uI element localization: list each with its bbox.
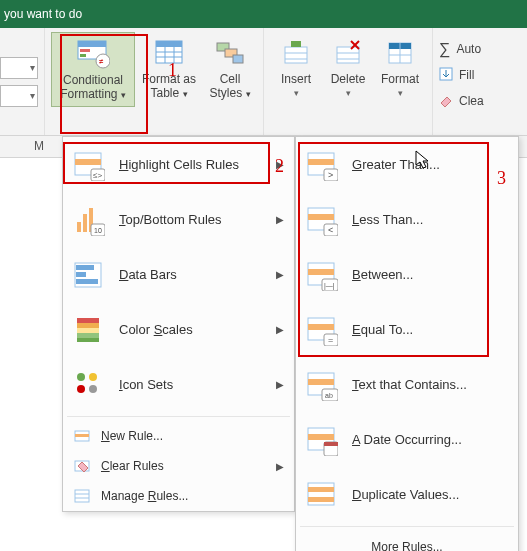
svg-marker-29 (441, 97, 451, 107)
svg-rect-56 (75, 490, 89, 502)
menu-new-rule[interactable]: New Rule... New Rule... (63, 421, 294, 451)
fill-button[interactable]: Fill (439, 62, 484, 88)
menu-data-bars[interactable]: Data Bars ▶ Data Bars (63, 247, 294, 302)
chevron-right-icon: ▶ (276, 379, 284, 390)
svg-rect-34 (77, 222, 81, 232)
menu-label: Clear Rules (101, 459, 276, 473)
menu-more-rules[interactable]: More Rules... More Rules... (296, 531, 518, 551)
sigma-icon: ∑ (439, 40, 450, 58)
clear-button[interactable]: Clea (439, 88, 484, 114)
svg-text:>: > (328, 170, 333, 180)
menu-greater-than[interactable]: > Greater Than... Greater Than... (296, 137, 518, 192)
chevron-right-icon: ▶ (276, 461, 284, 472)
insert-button[interactable]: Insert ▾ (270, 32, 322, 102)
format-label: Format (381, 72, 419, 86)
svg-rect-14 (233, 55, 243, 63)
conditional-formatting-menu: ≤> HHighlight Cells Rulesighlight Cells … (62, 136, 295, 512)
svg-text:≠: ≠ (99, 57, 104, 66)
autosum-label: Auto (456, 42, 481, 56)
insert-label: Insert (281, 72, 311, 86)
svg-rect-3 (80, 54, 86, 57)
menu-label: More Rules... (306, 540, 508, 551)
menu-color-scales[interactable]: Color Scales ▶ Color Scales (63, 302, 294, 357)
icon-sets-icon (73, 369, 105, 401)
svg-rect-47 (77, 338, 99, 342)
menu-label: Equal To... (352, 322, 508, 337)
new-rule-icon (73, 427, 91, 445)
menu-top-bottom-rules[interactable]: 10 Top/Bottom Rules ▶ Top/Bottom Rules (63, 192, 294, 247)
svg-rect-31 (75, 159, 101, 165)
conditional-formatting-icon: ≠ (76, 37, 110, 71)
svg-point-48 (77, 373, 85, 381)
menu-duplicate-values[interactable]: Duplicate Values... Duplicate Values... (296, 467, 518, 522)
menu-equal-to[interactable]: = Equal To... Equal To... (296, 302, 518, 357)
svg-rect-40 (76, 265, 94, 270)
manage-rules-icon (73, 487, 91, 505)
svg-rect-18 (291, 41, 301, 47)
svg-rect-46 (77, 333, 99, 338)
svg-rect-68 (308, 269, 334, 275)
svg-rect-15 (285, 47, 307, 63)
trimmed-dropdown-1[interactable]: ▾ (0, 57, 38, 79)
menu-less-than[interactable]: < Less Than... Less Than... (296, 192, 518, 247)
menu-date-occurring[interactable]: A Date Occurring... A Date Occurring... (296, 412, 518, 467)
chevron-right-icon: ▶ (276, 324, 284, 335)
menu-label: Data Bars (119, 267, 276, 282)
menu-label: New Rule... (101, 429, 284, 443)
chevron-down-icon: ▾ (398, 88, 403, 98)
menu-label: Top/Bottom Rules (119, 212, 276, 227)
equal-to-icon: = (306, 314, 338, 346)
delete-button[interactable]: Delete ▾ (322, 32, 374, 102)
cell-styles-label: Cell Styles ▾ (207, 72, 253, 101)
svg-text:ab: ab (325, 392, 333, 399)
format-button[interactable]: Format ▾ (374, 32, 426, 102)
menu-icon-sets[interactable]: Icon Sets ▶ Icon Sets (63, 357, 294, 412)
duplicate-values-icon (306, 479, 338, 511)
svg-rect-53 (75, 434, 89, 437)
svg-rect-7 (156, 41, 182, 47)
less-than-icon: < (306, 204, 338, 236)
menu-clear-rules[interactable]: Clear Rules ▶ Clear Rules (63, 451, 294, 481)
annotation-label-2: 2 (275, 156, 284, 177)
top-bottom-icon: 10 (73, 204, 105, 236)
menu-label: Between... (352, 267, 508, 282)
col-M[interactable]: M (34, 139, 44, 153)
cell-styles-button[interactable]: Cell Styles ▾ (203, 32, 257, 105)
menu-label: Color Scales (119, 322, 276, 337)
svg-rect-60 (308, 159, 334, 165)
mouse-cursor (415, 150, 431, 174)
menu-manage-rules[interactable]: Manage Rules... Manage Rules... (63, 481, 294, 511)
svg-text:=: = (328, 335, 333, 345)
color-scales-icon (73, 314, 105, 346)
date-occurring-icon (306, 424, 338, 456)
svg-rect-19 (337, 47, 359, 63)
delete-cells-icon (333, 36, 363, 70)
cell-styles-icon (215, 36, 245, 70)
separator (300, 526, 514, 527)
clear-rules-icon (73, 457, 91, 475)
editing-group: ∑ Auto Fill Clea (433, 28, 490, 135)
text-contains-icon: ab (306, 369, 338, 401)
menu-text-contains[interactable]: ab Text that Contains... Text that Conta… (296, 357, 518, 412)
chevron-right-icon: ▶ (276, 214, 284, 225)
svg-point-51 (89, 385, 97, 393)
svg-rect-41 (76, 272, 86, 277)
svg-rect-42 (76, 279, 98, 284)
menu-highlight-cells-rules[interactable]: ≤> HHighlight Cells Rulesighlight Cells … (63, 137, 294, 192)
conditional-formatting-button[interactable]: ≠ Conditional Formatting ▾ (51, 32, 135, 107)
svg-rect-64 (308, 214, 334, 220)
highlight-cells-icon: ≤> (73, 149, 105, 181)
conditional-formatting-label: Conditional Formatting ▾ (56, 73, 130, 102)
chevron-down-icon: ▾ (294, 88, 299, 98)
svg-text:|—|: |—| (324, 282, 335, 290)
svg-rect-84 (308, 487, 334, 492)
svg-rect-1 (78, 41, 106, 47)
annotation-label-3: 3 (497, 168, 506, 189)
svg-rect-76 (308, 379, 334, 385)
delete-label: Delete (331, 72, 366, 86)
menu-between[interactable]: |—| Between... Between... (296, 247, 518, 302)
autosum-button[interactable]: ∑ Auto (439, 36, 484, 62)
svg-text:≤>: ≤> (93, 171, 102, 180)
trimmed-dropdown-2[interactable]: ▾ (0, 85, 38, 107)
fill-down-icon (439, 67, 453, 84)
